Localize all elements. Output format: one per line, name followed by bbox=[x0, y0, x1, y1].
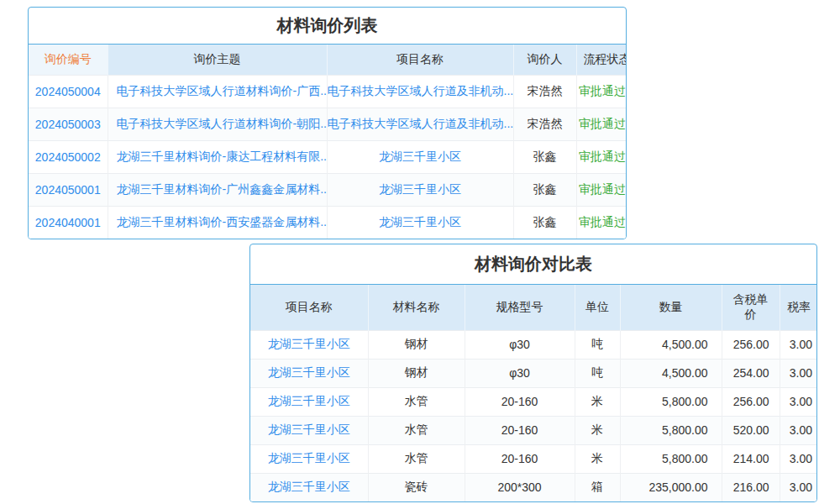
column-header-7: 税率 bbox=[780, 285, 817, 330]
cell-link[interactable]: 2024050002 bbox=[35, 150, 101, 164]
table-cell: 5,800.00 bbox=[620, 416, 722, 444]
table-cell: 龙湖三千里材料询价-康达工程材料有限... bbox=[108, 140, 327, 173]
table-cell: 吨 bbox=[575, 359, 620, 387]
table-row: 龙湖三千里小区水管20-160米5,800.00256.003.00 bbox=[250, 387, 817, 416]
table-row: 2024040001龙湖三千里材料询价-西安盛器金属材料...龙湖三千里小区张鑫… bbox=[29, 206, 627, 239]
table-cell: 20-160 bbox=[465, 444, 575, 473]
table-cell: 米 bbox=[575, 416, 620, 444]
table-cell: 256.00 bbox=[722, 387, 780, 416]
table-cell: 龙湖三千里小区 bbox=[250, 330, 368, 359]
table-cell: 235,000.00 bbox=[620, 473, 722, 501]
table-cell: 吨 bbox=[575, 330, 620, 359]
table-cell: 米 bbox=[575, 387, 620, 416]
table-cell: 520.00 bbox=[722, 416, 780, 444]
cell-link[interactable]: 电子科技大学区域人行道及非机动... bbox=[328, 84, 514, 97]
status-link[interactable]: 审批通过 bbox=[579, 150, 626, 163]
table-cell: 审批通过 bbox=[576, 206, 627, 239]
table-cell: 电子科技大学区域人行道材料询价-朝阳... bbox=[108, 108, 327, 140]
inquiry-list-header-row: 询价编号询价主题项目名称询价人流程状态 bbox=[29, 45, 627, 75]
table-row: 龙湖三千里小区水管20-160米5,800.00214.003.00 bbox=[250, 444, 817, 473]
table-cell: 电子科技大学区域人行道材料询价-广西... bbox=[108, 75, 327, 108]
column-header-5: 数量 bbox=[620, 285, 722, 330]
cell-link[interactable]: 2024050003 bbox=[35, 118, 101, 131]
cell-link[interactable]: 龙湖三千里小区 bbox=[268, 451, 350, 465]
table-cell: 3.00 bbox=[780, 416, 817, 444]
cell-link[interactable]: 电子科技大学区域人行道材料询价-广西... bbox=[117, 84, 328, 97]
table-row: 龙湖三千里小区水管20-160米5,800.00520.003.00 bbox=[250, 416, 817, 444]
cell-link[interactable]: 龙湖三千里材料询价-康达工程材料有限... bbox=[117, 150, 328, 163]
inquiry-list-table: 询价编号询价主题项目名称询价人流程状态 2024050004电子科技大学区域人行… bbox=[29, 45, 627, 239]
cell-link[interactable]: 龙湖三千里小区 bbox=[379, 182, 461, 196]
comparison-title: 材料询价对比表 bbox=[250, 244, 816, 285]
page: 材料询价列表 询价编号询价主题项目名称询价人流程状态 2024050004电子科… bbox=[0, 0, 840, 504]
table-cell: 张鑫 bbox=[513, 173, 576, 206]
table-row: 龙湖三千里小区钢材φ30吨4,500.00254.003.00 bbox=[250, 359, 817, 387]
cell-link[interactable]: 电子科技大学区域人行道及非机动... bbox=[328, 117, 514, 130]
table-cell: 3.00 bbox=[780, 387, 817, 416]
table-cell: 2024040001 bbox=[29, 206, 108, 239]
inquiry-list-title: 材料询价列表 bbox=[29, 8, 626, 45]
table-cell: 龙湖三千里小区 bbox=[250, 359, 368, 387]
column-header-5: 流程状态 bbox=[576, 45, 627, 75]
column-header-1: 项目名称 bbox=[250, 285, 368, 330]
table-cell: 龙湖三千里小区 bbox=[327, 173, 513, 206]
table-cell: 张鑫 bbox=[513, 140, 576, 173]
column-header-4: 询价人 bbox=[513, 45, 576, 75]
table-cell: 龙湖三千里小区 bbox=[250, 473, 368, 501]
table-cell: 216.00 bbox=[722, 473, 780, 501]
table-row: 2024050001龙湖三千里材料询价-广州鑫鑫金属材料...龙湖三千里小区张鑫… bbox=[29, 173, 627, 206]
table-cell: φ30 bbox=[465, 330, 575, 359]
status-link[interactable]: 审批通过 bbox=[579, 182, 626, 196]
cell-link[interactable]: 龙湖三千里小区 bbox=[379, 215, 461, 228]
material-comparison-card: 材料询价对比表 项目名称材料名称规格型号单位数量含税单价税率 龙湖三千里小区钢材… bbox=[249, 244, 817, 502]
column-header-1: 询价编号 bbox=[29, 45, 108, 75]
table-cell: 箱 bbox=[575, 473, 620, 501]
cell-link[interactable]: 龙湖三千里材料询价-广州鑫鑫金属材料... bbox=[117, 182, 328, 196]
table-cell: 2024050001 bbox=[29, 173, 108, 206]
status-link[interactable]: 审批通过 bbox=[579, 117, 626, 130]
column-header-3: 规格型号 bbox=[465, 285, 575, 330]
table-cell: 水管 bbox=[368, 387, 465, 416]
cell-link[interactable]: 龙湖三千里小区 bbox=[268, 480, 350, 493]
cell-link[interactable]: 2024050004 bbox=[35, 85, 101, 98]
cell-link[interactable]: 龙湖三千里小区 bbox=[268, 423, 350, 436]
table-row: 龙湖三千里小区钢材φ30吨4,500.00256.003.00 bbox=[250, 330, 817, 359]
table-cell: 龙湖三千里材料询价-西安盛器金属材料... bbox=[108, 206, 327, 239]
cell-link[interactable]: 电子科技大学区域人行道材料询价-朝阳... bbox=[117, 117, 328, 130]
table-cell: 龙湖三千里小区 bbox=[327, 206, 513, 239]
table-cell: 龙湖三千里小区 bbox=[250, 387, 368, 416]
table-cell: 20-160 bbox=[465, 416, 575, 444]
cell-link[interactable]: 2024050001 bbox=[35, 183, 101, 197]
comparison-table: 项目名称材料名称规格型号单位数量含税单价税率 龙湖三千里小区钢材φ30吨4,50… bbox=[250, 285, 817, 501]
comparison-body: 龙湖三千里小区钢材φ30吨4,500.00256.003.00龙湖三千里小区钢材… bbox=[250, 330, 817, 501]
cell-link[interactable]: 龙湖三千里小区 bbox=[379, 150, 461, 163]
table-row: 2024050002龙湖三千里材料询价-康达工程材料有限...龙湖三千里小区张鑫… bbox=[29, 140, 627, 173]
table-cell: 4,500.00 bbox=[620, 359, 722, 387]
table-cell: 2024050002 bbox=[29, 140, 108, 173]
cell-link[interactable]: 龙湖三千里小区 bbox=[268, 337, 350, 350]
table-cell: 3.00 bbox=[780, 359, 817, 387]
table-cell: 水管 bbox=[368, 444, 465, 473]
table-cell: 3.00 bbox=[780, 444, 817, 473]
table-cell: 200*300 bbox=[465, 473, 575, 501]
status-link[interactable]: 审批通过 bbox=[579, 84, 626, 97]
cell-link[interactable]: 2024040001 bbox=[35, 216, 101, 229]
table-cell: 254.00 bbox=[722, 359, 780, 387]
table-cell: 5,800.00 bbox=[620, 387, 722, 416]
table-row: 2024050004电子科技大学区域人行道材料询价-广西...电子科技大学区域人… bbox=[29, 75, 627, 108]
table-cell: 龙湖三千里材料询价-广州鑫鑫金属材料... bbox=[108, 173, 327, 206]
status-link[interactable]: 审批通过 bbox=[579, 215, 626, 228]
column-header-6: 含税单价 bbox=[722, 285, 780, 330]
table-cell: 水管 bbox=[368, 416, 465, 444]
table-cell: 256.00 bbox=[722, 330, 780, 359]
table-cell: 龙湖三千里小区 bbox=[250, 444, 368, 473]
cell-link[interactable]: 龙湖三千里材料询价-西安盛器金属材料... bbox=[117, 215, 328, 228]
table-cell: 审批通过 bbox=[576, 173, 627, 206]
inquiry-list-body: 2024050004电子科技大学区域人行道材料询价-广西...电子科技大学区域人… bbox=[29, 75, 627, 239]
table-cell: 龙湖三千里小区 bbox=[250, 416, 368, 444]
cell-link[interactable]: 龙湖三千里小区 bbox=[268, 365, 350, 379]
table-cell: 米 bbox=[575, 444, 620, 473]
table-cell: 宋浩然 bbox=[513, 75, 576, 108]
cell-link[interactable]: 龙湖三千里小区 bbox=[268, 394, 350, 407]
comparison-header-row: 项目名称材料名称规格型号单位数量含税单价税率 bbox=[250, 285, 817, 330]
